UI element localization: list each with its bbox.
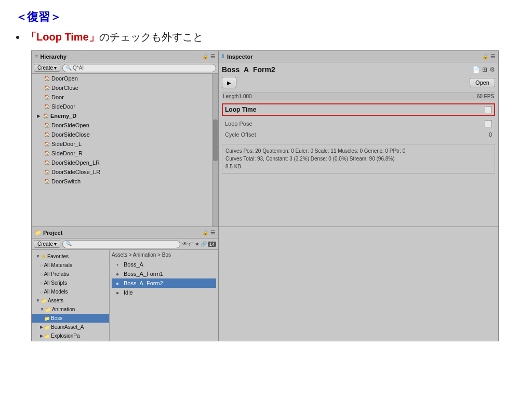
tool-icon-2[interactable]: 🏷 xyxy=(189,241,194,247)
tool-icon-1[interactable]: 👁 xyxy=(182,241,188,247)
list-item[interactable]: 🏠 DoorSwitch xyxy=(32,177,218,186)
tree-item-all-materials[interactable]: ○ All Materials xyxy=(32,261,109,270)
boss-a-form1-label: Boss_A_Form1 xyxy=(124,271,163,277)
asset-icons: 📄 ⊞ ⚙ xyxy=(472,66,495,73)
asset-count-badge: 14 xyxy=(208,242,216,247)
explosion-arrow-icon: ▶ xyxy=(40,334,43,338)
play-button[interactable]: ▶ xyxy=(222,77,236,88)
expand-arrow-icon: ▶ xyxy=(37,113,41,118)
project-lock-icon[interactable]: 🔒 xyxy=(202,230,208,235)
list-item[interactable]: 🏠 DoorSideClose xyxy=(32,130,218,139)
assets-label: Assets xyxy=(48,298,63,303)
project-menu-icon[interactable]: ☰ xyxy=(210,230,215,235)
list-item[interactable]: 🏠 DoorSideOpen_LR xyxy=(32,158,218,167)
boss-folder-icon: 📁 xyxy=(44,316,50,321)
loop-pose-checkbox[interactable] xyxy=(485,120,492,127)
loop-time-row: Loop Time xyxy=(222,103,495,116)
asset-grid-icon[interactable]: ⊞ xyxy=(482,66,487,73)
tree-item-boss[interactable]: 📁 Boss xyxy=(32,314,109,323)
asset-page-icon[interactable]: 📄 xyxy=(472,66,480,73)
info-icon: ℹ xyxy=(222,53,224,60)
inspector-header: ℹ Inspector 🔒 ☰ xyxy=(219,51,498,62)
explosion-folder-icon: 📁 xyxy=(44,334,50,339)
review-bullet: 「Loop Time」のチェックも外すこと xyxy=(26,30,516,44)
list-item[interactable]: 🏠 SideDoor xyxy=(32,102,218,111)
tree-item-all-prefabs[interactable]: ○ All Prefabs xyxy=(32,270,109,278)
list-item[interactable]: 🏠 SideDoor_R xyxy=(32,149,218,158)
project-search-icon: 🔍 xyxy=(66,241,72,246)
animation-arrow-icon: ▼ xyxy=(40,307,44,312)
hierarchy-panel: ≡ Hierarchy 🔒 ☰ Create ▾ 🔍 Q*All xyxy=(32,51,219,227)
boss-a-label: Boss_A xyxy=(124,261,143,268)
hierarchy-create-button[interactable]: Create ▾ xyxy=(34,64,60,72)
folder-icon: 🏠 xyxy=(44,141,50,147)
open-button[interactable]: Open xyxy=(470,78,495,87)
asset-item-idle[interactable]: ● Idle xyxy=(112,288,216,297)
inspector-menu-icon[interactable]: ☰ xyxy=(490,54,495,59)
hierarchy-header: ≡ Hierarchy 🔒 ☰ xyxy=(32,51,218,62)
list-item[interactable]: ▶ 🏠 Enemy_D xyxy=(32,111,218,121)
explosionpa-label: ExplosionPa xyxy=(51,333,80,339)
tool-icon-3[interactable]: ★ xyxy=(195,241,200,247)
tree-item-favorites[interactable]: ▼ ★ Favorites xyxy=(32,252,109,261)
folder-icon: 🏠 xyxy=(44,169,50,175)
list-item[interactable]: 🏠 SideDoor_L xyxy=(32,139,218,149)
tree-item-beamasset[interactable]: ▶ 📁 BeamAsset_A xyxy=(32,323,109,331)
tree-item-animation[interactable]: ▼ 📁 Animation xyxy=(32,305,109,314)
scrollbar-thumb[interactable] xyxy=(213,119,218,161)
favorites-arrow-icon: ▼ xyxy=(36,254,40,259)
bullet-suffix: のチェックも外すこと xyxy=(99,31,203,43)
play-icon: ▶ xyxy=(227,80,231,86)
breadcrumb-text: Assets > Animation > Bos xyxy=(112,252,171,258)
hierarchy-list-icon: ≡ xyxy=(35,54,38,60)
hierarchy-scrollbar[interactable] xyxy=(212,74,218,227)
folder-icon: 🏠 xyxy=(44,123,50,128)
create-label: Create xyxy=(37,65,53,71)
tree-item-all-scripts[interactable]: ○ All Scripts xyxy=(32,278,109,287)
folder-icon: 🏠 xyxy=(44,151,50,156)
folder-icon: 🏠 xyxy=(44,132,50,137)
asset-item-boss-a-form2[interactable]: ● Boss_A_Form2 xyxy=(112,278,216,288)
anim-icon: ● xyxy=(114,271,121,277)
hierarchy-search-box[interactable]: 🔍 Q*All xyxy=(62,64,216,72)
loop-time-checkbox[interactable] xyxy=(485,106,492,113)
list-item[interactable]: 🏠 DoorSideOpen xyxy=(32,121,218,130)
length-label: Length xyxy=(223,94,239,99)
inspector-title: Inspector xyxy=(227,54,253,60)
screenshot-container: ≡ Hierarchy 🔒 ☰ Create ▾ 🔍 Q*All xyxy=(31,50,499,341)
loop-time-label: Loop Time xyxy=(225,106,256,113)
inspector-panel: ℹ Inspector 🔒 ☰ Boss_A_Form2 📄 ⊞ ⚙ xyxy=(219,51,498,227)
cycle-offset-label: Cycle Offset xyxy=(225,131,256,138)
review-title: ＜復習＞ xyxy=(16,9,516,25)
tool-icon-4[interactable]: 🔗 xyxy=(201,241,207,247)
assets-folder-icon: 📁 xyxy=(41,298,47,303)
folder-icon: 🏠 xyxy=(44,179,50,184)
hierarchy-toolbar: Create ▾ 🔍 Q*All xyxy=(32,62,218,74)
list-item[interactable]: 🏠 DoorClose xyxy=(32,83,218,92)
list-item[interactable]: 🏠 DoorOpen xyxy=(32,74,218,83)
curves-text-1: Curves Pos: 20 Quaternion: 0 Euler: 0 Sc… xyxy=(225,147,491,155)
project-content: ▼ ★ Favorites ○ All Materials ○ All Pref… xyxy=(32,250,218,341)
tree-item-all-models[interactable]: ○ All Models xyxy=(32,287,109,296)
project-panel: 📁 Project 🔒 ☰ Create ▾ 🔍 👁 🏷 xyxy=(32,227,219,341)
asset-item-boss-a-form1[interactable]: ● Boss_A_Form1 xyxy=(112,269,216,278)
tree-item-assets[interactable]: ▼ 📁 Assets xyxy=(32,296,109,305)
asset-item-boss-a[interactable]: ▪ Boss_A xyxy=(112,260,216,269)
review-bullet-item: 「Loop Time」のチェックも外すこと xyxy=(26,30,516,44)
list-item[interactable]: 🏠 Door xyxy=(32,92,218,102)
hierarchy-menu-icon[interactable]: ☰ xyxy=(210,54,215,59)
beam-folder-icon: 📁 xyxy=(44,325,50,330)
project-tree: ▼ ★ Favorites ○ All Materials ○ All Pref… xyxy=(32,250,110,341)
circle-icon: ○ xyxy=(40,272,43,277)
asset-gear-icon[interactable]: ⚙ xyxy=(489,66,495,73)
boss-label: Boss xyxy=(51,315,62,321)
project-search-box[interactable]: 🔍 xyxy=(62,240,180,248)
search-icon: 🔍 xyxy=(66,65,72,71)
list-item[interactable]: 🏠 DoorSideClose_LR xyxy=(32,167,218,177)
project-create-button[interactable]: Create ▾ xyxy=(34,240,60,248)
hierarchy-lock-icon[interactable]: 🔒 xyxy=(202,54,208,59)
favorites-label: Favorites xyxy=(47,254,69,259)
tree-item-explosionpa[interactable]: ▶ 📁 ExplosionPa xyxy=(32,331,109,340)
curves-info-box: Curves Pos: 20 Quaternion: 0 Euler: 0 Sc… xyxy=(222,144,495,174)
inspector-lock-icon[interactable]: 🔒 xyxy=(482,54,488,59)
